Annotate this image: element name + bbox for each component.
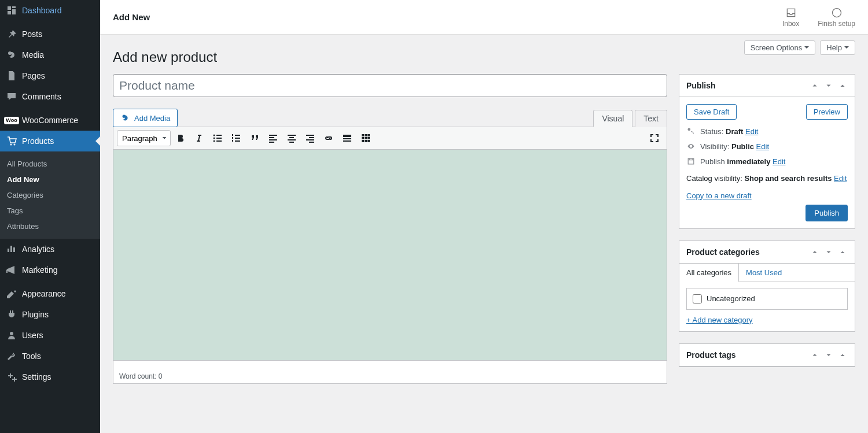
fullscreen-button[interactable] (646, 129, 663, 147)
status-label: Status: (700, 127, 723, 136)
menu-label: Users (22, 331, 43, 340)
menu-marketing[interactable]: Marketing (0, 260, 100, 280)
menu-comments[interactable]: Comments (0, 86, 100, 107)
svg-point-0 (8, 51, 12, 55)
quote-button[interactable] (246, 129, 263, 147)
menu-woocommerce[interactable]: Woo WooCommerce (0, 110, 100, 131)
svg-point-7 (214, 138, 215, 139)
calendar-icon (686, 157, 696, 166)
move-down-icon[interactable] (823, 350, 834, 360)
svg-point-8 (214, 140, 215, 142)
category-uncategorized[interactable]: Uncategorized (693, 294, 841, 304)
align-center-button[interactable] (283, 129, 300, 147)
menu-label: Analytics (22, 245, 54, 254)
word-count-label: Word count: (119, 372, 156, 380)
edit-catalog-link[interactable]: Edit (834, 174, 847, 183)
menu-analytics[interactable]: Analytics (0, 239, 100, 260)
help-button[interactable]: Help (820, 40, 855, 55)
link-button[interactable] (320, 129, 337, 147)
inbox-button[interactable]: Inbox (782, 7, 799, 28)
add-media-button[interactable]: Add Media (113, 109, 178, 127)
inbox-label: Inbox (782, 20, 799, 28)
read-more-button[interactable] (339, 129, 356, 147)
toolbar-toggle-button[interactable] (357, 129, 374, 147)
menu-label: Products (22, 136, 54, 146)
move-down-icon[interactable] (823, 247, 834, 257)
admin-sidebar: Dashboard Posts Media Pages Comments Woo… (0, 0, 100, 395)
inbox-icon (785, 7, 797, 18)
edit-status-link[interactable]: Edit (745, 127, 758, 136)
menu-label: Marketing (22, 265, 57, 275)
copy-draft-link[interactable]: Copy to a new draft (686, 191, 752, 200)
submenu-all-products[interactable]: All Products (0, 156, 100, 172)
add-new-category-link[interactable]: + Add new category (686, 316, 753, 324)
category-checkbox[interactable] (693, 294, 702, 304)
menu-dashboard[interactable]: Dashboard (0, 0, 100, 21)
menu-media[interactable]: Media (0, 45, 100, 65)
save-draft-button[interactable]: Save Draft (686, 104, 737, 120)
number-list-button[interactable] (227, 129, 245, 147)
toggle-panel-icon[interactable] (837, 247, 848, 257)
key-icon (686, 127, 696, 136)
menu-users[interactable]: Users (0, 325, 100, 346)
menu-pages[interactable]: Pages (0, 65, 100, 86)
align-right-button[interactable] (301, 129, 319, 147)
submenu-tags[interactable]: Tags (0, 203, 100, 219)
svg-point-3 (10, 332, 13, 335)
toggle-panel-icon[interactable] (837, 350, 848, 360)
move-up-icon[interactable] (810, 80, 820, 91)
catalog-value: Shop and search results (744, 174, 832, 183)
move-down-icon[interactable] (823, 80, 834, 91)
menu-posts[interactable]: Posts (0, 24, 100, 45)
menu-label: Plugins (22, 310, 49, 319)
appearance-icon (6, 288, 17, 299)
menu-products[interactable]: Products (0, 131, 100, 151)
media-icon (6, 49, 17, 61)
svg-point-1 (10, 144, 12, 146)
finish-setup-button[interactable]: Finish setup (818, 7, 855, 28)
screen-options-button[interactable]: Screen Options (744, 40, 816, 55)
visibility-label: Visibility: (700, 142, 729, 151)
catalog-label: Catalog visibility: (686, 174, 742, 183)
editor-content[interactable] (113, 150, 667, 361)
tab-most-used[interactable]: Most Used (739, 264, 789, 282)
categories-metabox: Product categories All categories Most U… (679, 240, 855, 332)
tab-all-categories[interactable]: All categories (679, 264, 739, 282)
media-icon (120, 113, 131, 123)
preview-button[interactable]: Preview (806, 104, 848, 120)
submenu-add-new[interactable]: Add New (0, 172, 100, 187)
add-media-label: Add Media (134, 114, 170, 123)
product-name-input[interactable] (113, 74, 667, 97)
bold-button[interactable] (172, 129, 189, 147)
edit-publish-link[interactable]: Edit (773, 157, 785, 166)
menu-label: Settings (22, 372, 52, 382)
editor-tab-visual[interactable]: Visual (593, 110, 632, 127)
submenu-attributes[interactable]: Attributes (0, 219, 100, 234)
comments-icon (6, 91, 17, 102)
italic-button[interactable] (190, 129, 208, 147)
menu-plugins[interactable]: Plugins (0, 304, 100, 325)
format-select[interactable]: Paragraph (117, 130, 171, 146)
edit-visibility-link[interactable]: Edit (756, 142, 769, 151)
menu-appearance[interactable]: Appearance (0, 283, 100, 304)
menu-label: Media (22, 50, 44, 60)
menu-label: Posts (22, 29, 42, 39)
svg-point-2 (14, 144, 16, 146)
publish-metabox: Publish Save Draft Preview (679, 74, 855, 229)
menu-settings[interactable]: Settings (0, 367, 100, 387)
menu-tools[interactable]: Tools (0, 346, 100, 367)
move-up-icon[interactable] (810, 247, 820, 257)
publish-title: Publish (686, 81, 716, 90)
submenu-categories[interactable]: Categories (0, 187, 100, 203)
align-left-button[interactable] (264, 129, 282, 147)
circle-icon (831, 7, 843, 18)
editor-tab-text[interactable]: Text (635, 110, 667, 127)
publish-button[interactable]: Publish (806, 205, 848, 221)
publish-label: Publish (700, 157, 725, 166)
tags-title: Product tags (686, 350, 736, 360)
toggle-panel-icon[interactable] (837, 80, 848, 91)
bullet-list-button[interactable] (209, 129, 226, 147)
menu-label: Pages (22, 71, 45, 80)
menu-label: Comments (22, 92, 61, 101)
move-up-icon[interactable] (810, 350, 820, 360)
